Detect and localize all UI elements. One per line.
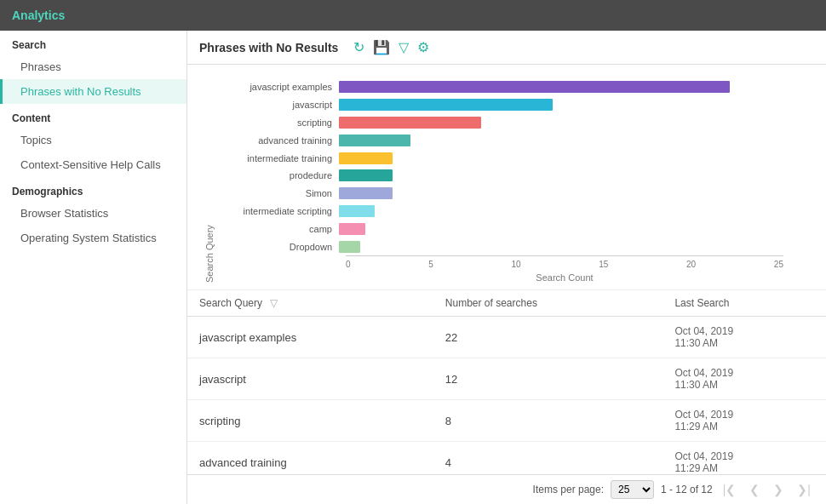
- chart-bar-row: intermediate scripting: [220, 203, 783, 219]
- bar-fill: [339, 117, 481, 129]
- col-count: Number of searches: [433, 290, 663, 317]
- sidebar-section-search: Search: [0, 31, 186, 54]
- cell-count: 12: [433, 358, 663, 400]
- chart-x-label: Search Count: [346, 272, 783, 283]
- bar-label: scripting: [220, 117, 339, 128]
- app-title: Analytics: [12, 9, 65, 22]
- sidebar-item-phrases-no-results[interactable]: Phrases with No Results: [0, 79, 186, 104]
- page-range: 1 - 12 of 12: [661, 484, 713, 495]
- items-per-page-label: Items per page:: [533, 484, 604, 495]
- bar-track: [339, 223, 783, 235]
- items-per-page-select[interactable]: 102550100: [611, 480, 654, 499]
- bar-track: [339, 81, 783, 93]
- filter-icon[interactable]: ▽: [399, 39, 409, 55]
- sidebar-section-content: Content: [0, 104, 186, 128]
- chart-inner: javascript examplesjavascriptscriptingad…: [220, 78, 809, 283]
- table-area: Search Query ▽ Number of searches Last S…: [187, 290, 826, 474]
- x-axis-tick: 10: [511, 260, 520, 269]
- table-row: javascript examples22Oct 04, 2019 11:30 …: [187, 317, 826, 358]
- chart-bar-row: intermediate training: [220, 151, 783, 166]
- table-row: advanced training4Oct 04, 2019 11:29 AM: [187, 442, 826, 475]
- bar-fill: [339, 81, 730, 93]
- bar-label: advanced training: [220, 135, 339, 146]
- bar-track: [339, 99, 783, 111]
- col-query: Search Query ▽: [187, 290, 433, 317]
- bar-label: javascript examples: [220, 82, 339, 92]
- bar-fill: [339, 223, 365, 235]
- prev-page-button[interactable]: ❮: [746, 481, 763, 498]
- bar-track: [339, 187, 783, 199]
- sidebar-item-context-help[interactable]: Context-Sensitive Help Calls: [0, 152, 186, 177]
- bar-track: [339, 169, 783, 181]
- chart-area: Search Query javascript examplesjavascri…: [187, 65, 826, 290]
- bar-label: javascript: [220, 100, 339, 110]
- sidebar-item-browser-stats[interactable]: Browser Statistics: [0, 201, 186, 226]
- bar-label: Dropdown: [220, 242, 339, 252]
- bar-label: intermediate scripting: [220, 206, 339, 216]
- bar-fill: [339, 99, 553, 111]
- bar-track: [339, 117, 783, 129]
- bar-track: [339, 205, 783, 217]
- cell-query: javascript examples: [187, 317, 433, 358]
- app-header: Analytics: [0, 0, 826, 31]
- last-page-button[interactable]: ❯|: [794, 481, 814, 498]
- settings-icon[interactable]: ⚙: [417, 39, 429, 55]
- bar-track: [339, 152, 783, 164]
- chart-bar-row: prodedure: [220, 168, 783, 183]
- chart-bar-row: camp: [220, 221, 783, 237]
- table-row: javascript12Oct 04, 2019 11:30 AM: [187, 358, 826, 400]
- sidebar-item-phrases[interactable]: Phrases: [0, 54, 186, 79]
- bar-label: Simon: [220, 188, 339, 198]
- sidebar-item-os-stats[interactable]: Operating System Statistics: [0, 226, 186, 250]
- cell-last-search: Oct 04, 2019 11:30 AM: [663, 358, 826, 400]
- first-page-button[interactable]: |❮: [720, 481, 740, 498]
- bar-fill: [339, 135, 410, 146]
- bar-fill: [339, 187, 393, 199]
- x-axis-tick: 15: [599, 260, 608, 269]
- bar-fill: [339, 152, 393, 164]
- table-body: javascript examples22Oct 04, 2019 11:30 …: [187, 317, 826, 475]
- bar-track: [339, 241, 783, 253]
- chart-bar-row: advanced training: [220, 133, 783, 148]
- col-query-label: Search Query: [199, 297, 262, 309]
- bar-label: intermediate training: [220, 153, 339, 163]
- x-axis-area: 0510152025 Search Count: [346, 255, 809, 283]
- export-icon[interactable]: 💾: [373, 39, 390, 55]
- cell-last-search: Oct 04, 2019 11:29 AM: [663, 442, 826, 475]
- chart-bar-row: scripting: [220, 115, 783, 130]
- sidebar-section-demographics: Demographics: [0, 177, 186, 201]
- sidebar-item-topics[interactable]: Topics: [0, 128, 186, 152]
- x-axis-ticks: 0510152025: [346, 260, 783, 269]
- refresh-icon[interactable]: ↻: [353, 39, 364, 55]
- data-table: Search Query ▽ Number of searches Last S…: [187, 290, 826, 474]
- content-header: Phrases with No Results ↻ 💾 ▽ ⚙: [187, 31, 826, 65]
- bars-container: javascript examplesjavascriptscriptingad…: [220, 78, 809, 255]
- cell-count: 22: [433, 317, 663, 358]
- content-title: Phrases with No Results: [199, 41, 338, 54]
- cell-last-search: Oct 04, 2019 11:29 AM: [663, 400, 826, 442]
- content-area: Phrases with No Results ↻ 💾 ▽ ⚙ Search Q…: [187, 31, 826, 504]
- bar-track: [339, 135, 783, 146]
- bar-fill: [339, 169, 393, 181]
- chart-bar-row: javascript: [220, 97, 783, 112]
- cell-query: scripting: [187, 400, 433, 442]
- cell-query: advanced training: [187, 442, 433, 475]
- chart-bar-row: Simon: [220, 186, 783, 201]
- col-query-filter-icon[interactable]: ▽: [270, 297, 278, 309]
- table-row: scripting8Oct 04, 2019 11:29 AM: [187, 400, 826, 442]
- x-axis-tick: 5: [428, 260, 433, 269]
- x-axis-tick: 25: [774, 260, 783, 269]
- pagination-bar: Items per page: 102550100 1 - 12 of 12 |…: [187, 474, 826, 504]
- next-page-button[interactable]: ❯: [770, 481, 787, 498]
- bar-label: prodedure: [220, 170, 339, 180]
- chart-bar-row: Dropdown: [220, 239, 783, 255]
- bar-fill: [339, 241, 360, 253]
- cell-query: javascript: [187, 358, 433, 400]
- x-axis-tick: 20: [686, 260, 696, 269]
- x-axis-line: [346, 255, 783, 256]
- table-header-row: Search Query ▽ Number of searches Last S…: [187, 290, 826, 317]
- cell-count: 8: [433, 400, 663, 442]
- bar-fill: [339, 205, 375, 217]
- chart-bar-row: javascript examples: [220, 79, 783, 94]
- chart-y-label: Search Query: [204, 78, 215, 283]
